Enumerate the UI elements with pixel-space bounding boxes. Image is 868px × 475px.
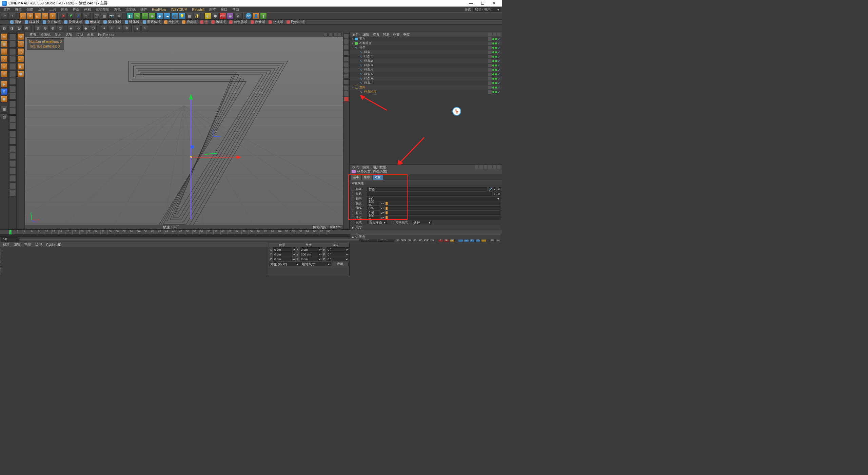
vis-render-dot[interactable]: [495, 47, 497, 49]
fx4[interactable]: ◓: [23, 25, 30, 32]
offset-value[interactable]: 0 %: [367, 206, 379, 210]
mode-select[interactable]: 适合样条▾: [367, 221, 387, 224]
scale-tool[interactable]: ◱: [34, 13, 41, 19]
minimize-button[interactable]: —: [465, 0, 477, 6]
om-file[interactable]: 文件: [352, 32, 359, 37]
collapse-bbox[interactable]: ▸边界盒: [351, 234, 500, 239]
vpm-view[interactable]: 查看: [29, 32, 36, 37]
l2-3[interactable]: ◯: [17, 48, 24, 55]
layer-tag[interactable]: [488, 81, 492, 85]
fx7[interactable]: ⊗: [49, 25, 56, 32]
pal1[interactable]: [9, 33, 16, 40]
om-eye-icon[interactable]: [493, 33, 496, 36]
st-brush[interactable]: 画笔: [10, 20, 21, 24]
pal10[interactable]: [9, 100, 16, 107]
pal22[interactable]: [9, 190, 16, 197]
menu-tools[interactable]: 工具: [47, 7, 58, 12]
viewport[interactable]: Number of emitters: 0 Total live particl…: [25, 37, 343, 229]
om-edit[interactable]: 编辑: [362, 32, 369, 37]
pal5[interactable]: [9, 63, 16, 70]
maximize-button[interactable]: ☐: [477, 0, 488, 6]
spline-field[interactable]: 样条: [367, 187, 487, 191]
pal3[interactable]: [9, 48, 16, 55]
tag1[interactable]: ◐: [204, 13, 211, 19]
menu-realflow[interactable]: RealFlow: [150, 8, 168, 12]
layer-tag[interactable]: [488, 37, 492, 41]
layer-tag[interactable]: [488, 90, 492, 94]
redo-button[interactable]: ↷: [8, 13, 15, 19]
nav-icon[interactable]: ▸: [493, 187, 496, 191]
vpm-display[interactable]: 显示: [55, 32, 61, 37]
pal11[interactable]: [9, 108, 16, 115]
expander-icon[interactable]: -: [351, 46, 354, 50]
enable-check[interactable]: ✓: [498, 77, 500, 80]
fx5[interactable]: ⊕: [34, 25, 41, 32]
fx14[interactable]: ✧: [108, 25, 115, 32]
rc12[interactable]: [344, 97, 349, 102]
l2-5[interactable]: ◧: [17, 63, 24, 70]
am-nav3[interactable]: [484, 165, 487, 169]
mm-cycles4d[interactable]: Cycles 4D: [46, 243, 62, 247]
rc6[interactable]: [344, 62, 349, 67]
vis-editor-dot[interactable]: [492, 51, 494, 53]
object-row[interactable]: ∿样条约束✓: [350, 90, 502, 94]
mm-texture[interactable]: 纹理: [35, 242, 42, 247]
tag2[interactable]: ⬢: [212, 13, 219, 19]
last-tool[interactable]: ✦: [49, 13, 56, 19]
render-region[interactable]: ▦: [101, 13, 107, 19]
render-pv[interactable]: 📷: [108, 13, 115, 19]
object-row[interactable]: -∿样条✓: [350, 45, 502, 50]
rc4[interactable]: [344, 51, 349, 56]
size-field[interactable]: 2 cm: [300, 257, 319, 261]
menu-create[interactable]: 创建: [24, 7, 35, 12]
rot-field[interactable]: 0 °: [327, 247, 346, 252]
vis-editor-dot[interactable]: [492, 42, 494, 44]
collapse-size[interactable]: ▸尺寸: [351, 225, 500, 229]
enable-check[interactable]: ✓: [498, 73, 500, 76]
am-nav2[interactable]: [479, 165, 483, 169]
mm-edit[interactable]: 编辑: [14, 242, 20, 247]
enable-check[interactable]: ✓: [498, 68, 500, 72]
mm-create[interactable]: 创建: [3, 242, 9, 247]
vpm-filter[interactable]: 过滤: [76, 32, 83, 37]
enable-check[interactable]: ✓: [498, 81, 500, 85]
end-value[interactable]: 100 %: [367, 216, 379, 220]
am-nav4[interactable]: [488, 165, 492, 169]
fx11[interactable]: ◆: [82, 25, 89, 32]
rc3[interactable]: [344, 45, 349, 50]
tab-object[interactable]: 对象: [372, 174, 383, 180]
pos-field[interactable]: 0 cm: [273, 247, 292, 252]
rc5[interactable]: [344, 56, 349, 61]
vis-render-dot[interactable]: [495, 64, 497, 66]
expander-icon[interactable]: -: [351, 86, 354, 89]
pal2[interactable]: [9, 41, 16, 48]
object-row[interactable]: ∿样条.7✓: [350, 81, 502, 85]
vis-render-dot[interactable]: [495, 56, 497, 58]
rail-field[interactable]: [367, 192, 492, 196]
pal8[interactable]: [9, 86, 16, 92]
tag3[interactable]: ◉: [227, 13, 234, 19]
vpm-panel[interactable]: 面板: [87, 32, 94, 37]
menu-plugin[interactable]: 插件: [138, 7, 149, 12]
vis-render-dot[interactable]: [495, 38, 497, 40]
key-icon[interactable]: [351, 188, 354, 191]
st-random-field[interactable]: 随机域: [211, 20, 226, 24]
fx2[interactable]: ◑: [8, 25, 15, 32]
object-row[interactable]: ∿样条.6✓: [350, 76, 502, 81]
l2-6[interactable]: ⬢: [17, 71, 24, 77]
lt-poly[interactable]: ▱: [1, 63, 7, 70]
vis-editor-dot[interactable]: [492, 64, 494, 66]
axis-field[interactable]: +Y▾: [367, 197, 500, 201]
z-axis-lock[interactable]: Z: [75, 13, 82, 19]
vp-pan-icon[interactable]: [324, 33, 328, 36]
nurbs-tool[interactable]: 〰: [141, 13, 148, 19]
vis-render-dot[interactable]: [495, 78, 497, 80]
close-button[interactable]: ✕: [488, 0, 500, 6]
expander-icon[interactable]: +: [351, 37, 354, 41]
lt-grid[interactable]: ▦: [1, 106, 7, 113]
fx18[interactable]: fx: [141, 25, 148, 32]
matmgr-content[interactable]: MAXON · CINEMA 4D: [0, 247, 268, 276]
pos-field[interactable]: 0 cm: [273, 257, 292, 261]
pal18[interactable]: [9, 160, 16, 167]
vpm-options[interactable]: 选项: [65, 32, 72, 37]
